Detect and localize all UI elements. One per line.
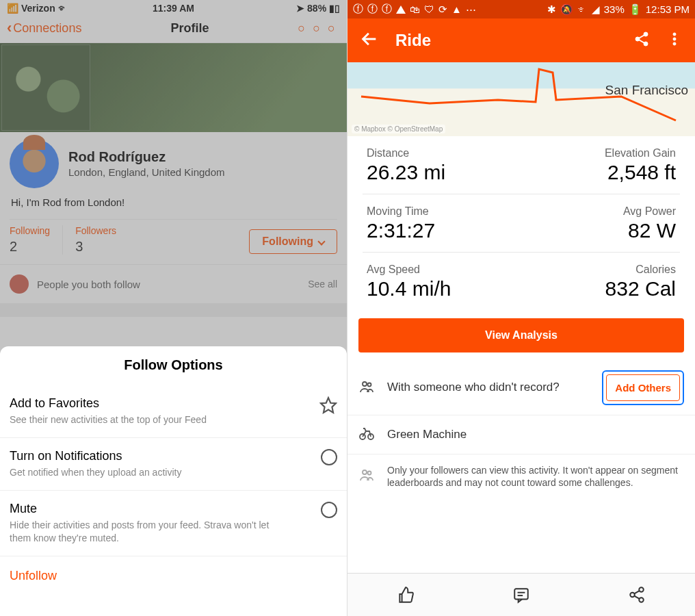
stat-elevation: Elevation Gain 2,548 ft [521,136,680,194]
svg-point-2 [644,32,648,36]
privacy-text: Only your followers can view this activi… [387,464,684,489]
with-someone-label: With someone who didn't record? [387,380,592,395]
following-button[interactable]: Following [249,229,337,254]
privacy-row: Only your followers can view this activi… [348,454,695,498]
svg-point-4 [644,42,648,46]
followers-count[interactable]: Followers 3 [75,225,116,255]
avatar[interactable] [10,139,59,188]
profile-name: Rod Rodríguez [68,149,225,165]
see-all-link[interactable]: See all [308,279,337,290]
android-status-bar: ⓕⓕⓕ🛍🛡⟳▲⋯ ✱🔕ᯤ◢ 33%🔋 12:53 PM [348,0,695,18]
app-bar: Ride [348,18,695,62]
comment-button[interactable] [463,574,579,616]
stat-moving-time: Moving Time 2:31:27 [363,194,521,252]
activity-map[interactable]: San Francisco © Mapbox © OpenStreetMap [348,62,695,136]
svg-line-22 [635,591,640,593]
status-left-icons: ⓕⓕⓕ🛍🛡⟳▲⋯ [353,3,476,16]
mute-row[interactable]: Mute Hide their activities and posts fro… [0,491,347,556]
svg-point-3 [635,37,640,41]
following-count[interactable]: Following 2 [10,225,50,255]
more-icon[interactable]: ○ ○ ○ [298,21,337,36]
with-someone-row: With someone who didn't record? Add Othe… [348,361,695,415]
profile-bio: Hi, I'm Rod from London! [11,196,337,208]
mutual-label: People you both follow [37,279,140,290]
radio-unchecked-icon [321,502,337,518]
status-right: ✱🔕ᯤ◢ 33%🔋 12:53 PM [547,3,690,16]
sheet-title: Follow Options [0,346,347,385]
chevron-down-icon [317,238,325,245]
add-others-button[interactable]: Add Others [606,374,680,401]
svg-point-8 [673,38,676,40]
follow-options-sheet: Follow Options Add to Favorites See thei… [0,346,347,616]
mutual-avatar-icon [10,274,29,294]
svg-point-14 [363,470,367,474]
followers-icon [358,467,378,486]
gear-name: Green Machine [387,427,684,442]
view-analysis-button[interactable]: View Analysis [358,318,684,352]
star-icon [319,396,337,414]
chevron-left-icon: ‹ [7,19,12,37]
svg-point-19 [640,587,644,592]
svg-point-11 [368,383,371,386]
stats-grid: Distance 26.23 mi Elevation Gain 2,548 f… [348,136,695,310]
bottom-action-bar [348,573,695,616]
share-icon[interactable] [633,31,650,50]
page-title: Profile [170,21,209,36]
svg-point-20 [631,593,635,598]
overflow-menu-icon[interactable] [666,31,683,50]
unfollow-button[interactable]: Unfollow [0,556,347,595]
svg-line-5 [640,36,644,38]
back-arrow-icon[interactable] [360,29,379,51]
svg-line-23 [635,596,640,599]
add-to-favorites-row[interactable]: Add to Favorites See their new activitie… [0,385,347,438]
svg-point-9 [673,42,676,45]
nav-bar: ‹ Connections Profile ○ ○ ○ [0,15,347,43]
stat-calories: Calories 832 Cal [521,253,680,310]
back-label: Connections [13,21,81,36]
profile-location: London, England, United Kingdom [68,166,225,178]
people-you-both-follow-row[interactable]: People you both follow See all [0,264,347,303]
svg-point-21 [640,598,644,602]
stat-avg-power: Avg Power 82 W [521,194,680,252]
back-button[interactable]: ‹ Connections [7,19,81,37]
add-others-highlight: Add Others [602,370,684,405]
map-attribution: © Mapbox © OpenStreetMap [352,125,445,133]
svg-marker-0 [321,398,336,413]
svg-point-10 [363,382,367,386]
kudos-button[interactable] [348,574,463,616]
stat-avg-speed: Avg Speed 10.4 mi/h [363,253,521,310]
group-icon [358,378,378,398]
svg-line-6 [640,40,644,43]
svg-point-7 [673,33,676,36]
svg-point-15 [368,472,371,475]
turn-on-notifications-row[interactable]: Turn on Notifications Get notified when … [0,438,347,491]
radio-unchecked-icon [321,449,337,465]
share-action-button[interactable] [579,574,695,616]
svg-rect-16 [514,589,528,599]
status-time: 11:39 AM [0,3,347,14]
stat-distance: Distance 26.23 mi [363,136,521,194]
ios-status-bar: 📶 Verizon ᯤ 11:39 AM ➤ 88% ▮▯ [0,0,347,15]
gear-row[interactable]: Green Machine [348,415,695,454]
cover-photo [0,43,347,132]
screen-title: Ride [395,31,633,50]
bike-icon [358,425,378,444]
